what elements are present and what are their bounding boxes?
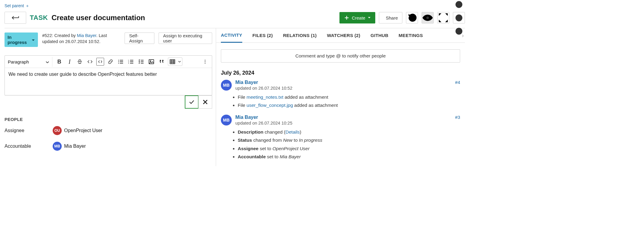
status-label: In progress bbox=[8, 35, 29, 45]
activity-stream: July 26, 2024 MB Mia Bayer updated on 26… bbox=[216, 70, 465, 161]
bullet-list-button[interactable] bbox=[116, 56, 126, 68]
activity-ref-link[interactable]: #3 bbox=[455, 115, 460, 120]
activity-change-list: File meeting_notes.txt added as attachme… bbox=[221, 93, 460, 109]
svg-point-14 bbox=[150, 61, 151, 62]
history-button[interactable] bbox=[406, 12, 418, 23]
tab-files[interactable]: FILES (2) bbox=[252, 28, 273, 42]
title-row: TASK Create user documentation Create Sh… bbox=[5, 11, 465, 28]
save-description-button[interactable] bbox=[185, 95, 199, 109]
description-editor: Paragraph B I 123 bbox=[5, 55, 212, 95]
activity-timestamp: updated on 26.07.2024 10:25 bbox=[235, 121, 292, 125]
avatar: MB bbox=[221, 80, 232, 91]
svg-point-16 bbox=[205, 60, 206, 61]
activity-change-item: Description changed (Details) bbox=[238, 128, 460, 136]
set-parent-label: Set parent bbox=[5, 3, 24, 8]
activity-column: ACTIVITY FILES (2) RELATIONS (1) WATCHER… bbox=[216, 28, 465, 166]
editor-more-button[interactable] bbox=[200, 56, 210, 68]
svg-point-9 bbox=[118, 63, 119, 64]
cancel-description-button[interactable] bbox=[198, 95, 212, 109]
avatar: MB bbox=[53, 142, 62, 151]
chevron-right-icon[interactable]: › bbox=[462, 32, 464, 39]
activity-user-link[interactable]: Mia Bayer bbox=[235, 115, 292, 120]
italic-button[interactable]: I bbox=[64, 56, 75, 68]
assign-exec-button[interactable]: Assign to executing user bbox=[159, 32, 212, 44]
bold-button[interactable]: B bbox=[54, 56, 64, 68]
quote-button[interactable] bbox=[156, 56, 167, 68]
people-section-title: PEOPLE bbox=[5, 117, 212, 122]
create-label: Create bbox=[352, 15, 365, 20]
table-button-group[interactable] bbox=[168, 57, 182, 66]
self-assign-button[interactable]: Self-Assign bbox=[125, 32, 154, 44]
svg-rect-15 bbox=[170, 60, 175, 64]
accountable-name: Mia Bayer bbox=[64, 144, 86, 149]
tab-watchers[interactable]: WATCHERS (2) bbox=[327, 28, 360, 42]
strike-button[interactable] bbox=[75, 56, 85, 68]
chevron-down-icon bbox=[32, 37, 35, 42]
work-package-title[interactable]: Create user documentation bbox=[51, 14, 336, 22]
tab-activity[interactable]: ACTIVITY bbox=[221, 29, 242, 43]
activity-timestamp: updated on 26.07.2024 10:52 bbox=[235, 86, 292, 91]
accountable-label: Accountable bbox=[5, 144, 53, 149]
activity-change-item: File meeting_notes.txt added as attachme… bbox=[238, 93, 460, 101]
table-icon bbox=[168, 57, 177, 66]
svg-point-8 bbox=[118, 61, 119, 62]
code-button[interactable] bbox=[85, 56, 95, 68]
tab-meetings[interactable]: MEETINGS bbox=[399, 28, 423, 42]
svg-point-5 bbox=[456, 14, 463, 21]
activity-entry: MB Mia Bayer updated on 26.07.2024 10:52… bbox=[221, 80, 460, 91]
svg-text:3: 3 bbox=[128, 62, 129, 64]
chevron-down-icon bbox=[177, 57, 182, 66]
creator-link[interactable]: Mia Bayer bbox=[77, 33, 96, 38]
tabs: ACTIVITY FILES (2) RELATIONS (1) WATCHER… bbox=[216, 28, 465, 43]
svg-point-17 bbox=[205, 61, 206, 62]
activity-change-list: Description changed (Details)Status chan… bbox=[221, 128, 460, 161]
activity-user-link[interactable]: Mia Bayer bbox=[235, 80, 292, 85]
svg-point-7 bbox=[118, 60, 119, 61]
paragraph-style-dropdown[interactable]: Paragraph bbox=[5, 57, 52, 67]
code-block-button[interactable] bbox=[96, 58, 104, 66]
status-dropdown[interactable]: In progress bbox=[5, 32, 38, 47]
activity-entry: MB Mia Bayer updated on 26.07.2024 10:25… bbox=[221, 115, 460, 125]
activity-change-item: Assignee set to OpenProject User bbox=[238, 144, 460, 153]
svg-point-18 bbox=[205, 63, 206, 64]
set-parent-link[interactable]: Set parent ＋ bbox=[5, 3, 29, 8]
assignee-label: Assignee bbox=[5, 128, 53, 133]
meta-text: #522: Created by Mia Bayer. Last updated… bbox=[42, 32, 120, 45]
activity-change-item: Status changed from New to In progress bbox=[238, 136, 460, 144]
accountable-field[interactable]: MB Mia Bayer bbox=[53, 142, 212, 151]
plus-icon: ＋ bbox=[25, 4, 29, 8]
work-package-type: TASK bbox=[30, 14, 48, 22]
activity-change-item: File user_flow_concept.jpg added as atta… bbox=[238, 101, 460, 109]
avatar: OU bbox=[53, 126, 62, 135]
chevron-down-icon bbox=[46, 59, 49, 64]
avatar: MB bbox=[221, 115, 232, 125]
watch-button[interactable] bbox=[422, 12, 434, 23]
assignee-name: OpenProject User bbox=[64, 128, 102, 133]
description-editor-wrapper: Paragraph B I 123 bbox=[5, 55, 212, 109]
activity-date-heading: July 26, 2024 bbox=[221, 70, 460, 76]
back-button[interactable] bbox=[5, 12, 26, 24]
more-menu-button[interactable] bbox=[453, 12, 465, 23]
tab-relations[interactable]: RELATIONS (1) bbox=[283, 28, 317, 42]
svg-point-4 bbox=[456, 1, 463, 8]
link-button[interactable] bbox=[105, 56, 116, 68]
tab-github[interactable]: GITHUB bbox=[370, 28, 388, 42]
assignee-field[interactable]: OU OpenProject User bbox=[53, 126, 212, 135]
create-button[interactable]: Create bbox=[339, 12, 375, 23]
activity-ref-link[interactable]: #4 bbox=[455, 80, 460, 85]
activity-change-item: Accountable set to Mia Bayer bbox=[238, 153, 460, 161]
fullscreen-button[interactable] bbox=[437, 12, 449, 23]
comment-input[interactable]: Comment and type @ to notify other peopl… bbox=[221, 49, 460, 63]
share-button[interactable]: Share bbox=[379, 12, 402, 23]
task-list-button[interactable] bbox=[136, 56, 146, 68]
svg-point-3 bbox=[426, 17, 429, 19]
editor-content[interactable]: We need to create user guide to describe… bbox=[5, 68, 212, 95]
share-label: Share bbox=[386, 15, 398, 20]
image-button[interactable] bbox=[146, 56, 156, 68]
numbered-list-button[interactable]: 123 bbox=[126, 56, 136, 68]
editor-toolbar: Paragraph B I 123 bbox=[5, 56, 212, 68]
details-column: In progress #522: Created by Mia Bayer. … bbox=[5, 28, 212, 166]
